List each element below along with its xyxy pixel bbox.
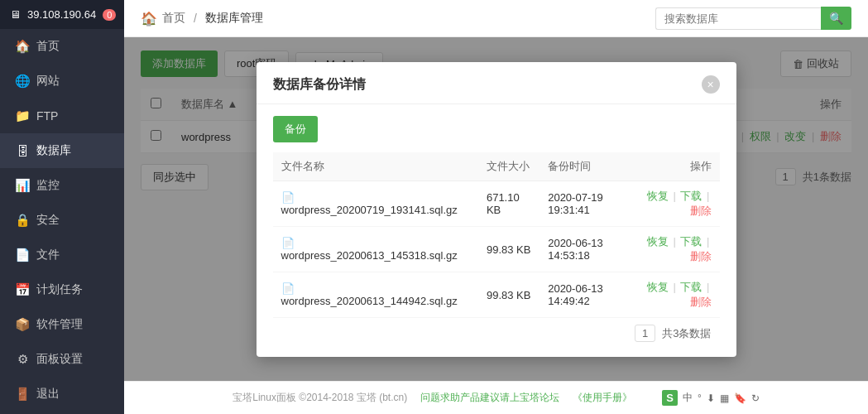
col-op: 操作: [638, 152, 719, 181]
modal-total: 共3条数据: [662, 326, 711, 341]
copyright-text: 宝塔Linux面板 ©2014-2018 宝塔 (bt.cn): [233, 391, 407, 405]
content-area: 添加数据库 root密码 phpMyAdmin 🗑 回收站 数据库名 ▲ 用户名…: [124, 37, 868, 381]
backup-button[interactable]: 备份: [273, 116, 318, 142]
tasks-icon: 📅: [15, 282, 30, 297]
sidebar-item-database[interactable]: 🗄 数据库: [0, 133, 124, 168]
modal-close-button[interactable]: ×: [702, 75, 720, 94]
modal-actions-cell: 恢复 | 下载 | 删除: [638, 272, 719, 318]
home-breadcrumb-icon: 🏠: [141, 11, 157, 26]
sidebar-item-files[interactable]: 📄 文件: [0, 238, 124, 272]
footer-icon-2: °: [698, 392, 702, 404]
security-icon: 🔒: [15, 213, 30, 228]
modal-table-row: 📄wordpress_20200613_144942.sql.gz 99.83 …: [273, 272, 720, 318]
search-input[interactable]: [655, 7, 821, 30]
search-button[interactable]: 🔍: [821, 7, 851, 30]
topbar: 🏠 首页 / 数据库管理 🔍: [124, 0, 868, 37]
website-icon: 🌐: [15, 74, 30, 89]
modal-size-cell: 99.83 KB: [478, 272, 540, 318]
sidebar-item-panel[interactable]: ⚙ 面板设置: [0, 342, 124, 377]
sep: |: [673, 235, 675, 248]
sep: |: [673, 190, 675, 202]
sidebar-item-security[interactable]: 🔒 安全: [0, 203, 124, 238]
sidebar-item-home[interactable]: 🏠 首页: [0, 29, 124, 64]
backup-detail-modal: 数据库备份详情 × 备份 文件名称 文件大小 备份时间 操作: [257, 62, 736, 357]
sep: |: [673, 281, 675, 293]
help-link[interactable]: 问题求助产品建议请上宝塔论坛: [420, 391, 559, 405]
modal-filename-cell: 📄wordpress_20200719_193141.sql.gz: [273, 181, 478, 227]
modal-title: 数据库备份详情: [273, 76, 366, 94]
file-icon: 📄: [281, 191, 295, 204]
delete-link[interactable]: 删除: [690, 205, 712, 217]
modal-time-cell: 2020-06-13 14:53:18: [540, 227, 638, 272]
sep: |: [707, 281, 709, 293]
sidebar-item-label: 首页: [36, 39, 60, 54]
bt-logo: S: [662, 390, 678, 406]
files-icon: 📄: [15, 248, 30, 262]
database-icon: 🗄: [15, 144, 30, 158]
footer-icon-1: 中: [683, 391, 693, 405]
col-filename: 文件名称: [273, 152, 478, 181]
sidebar-item-software[interactable]: 📦 软件管理: [0, 307, 124, 342]
modal-action-bar: 备份: [273, 116, 720, 142]
modal-actions-cell: 恢复 | 下载 | 删除: [638, 181, 719, 227]
monitor-icon: 🖥: [10, 8, 21, 21]
restore-link[interactable]: 恢复: [647, 281, 669, 293]
modal-page: 1: [635, 325, 655, 342]
sidebar-item-label: 软件管理: [36, 317, 83, 332]
sidebar: 🖥 39.108.190.64 0 🏠 首页 🌐 网站 📁 FTP 🗄 数据库 …: [0, 0, 124, 414]
modal-header: 数据库备份详情 ×: [257, 62, 736, 104]
modal-size-cell: 99.83 KB: [478, 227, 540, 272]
sidebar-item-website[interactable]: 🌐 网站: [0, 64, 124, 99]
monitor-nav-icon: 📊: [15, 178, 30, 193]
backup-table: 文件名称 文件大小 备份时间 操作 📄wordpress_20200719_19…: [273, 152, 720, 318]
sidebar-item-ftp[interactable]: 📁 FTP: [0, 99, 124, 133]
sidebar-item-logout[interactable]: 🚪 退出: [0, 377, 124, 412]
sidebar-item-label: 退出: [36, 387, 60, 402]
download-link[interactable]: 下载: [680, 190, 702, 202]
sidebar-item-label: 网站: [36, 74, 60, 89]
delete-link[interactable]: 删除: [690, 250, 712, 262]
page-footer: 宝塔Linux面板 ©2014-2018 宝塔 (bt.cn) 问题求助产品建议…: [124, 381, 868, 414]
footer-icon-bookmark[interactable]: 🔖: [734, 392, 746, 404]
notification-badge: 0: [103, 9, 116, 21]
home-icon: 🏠: [15, 39, 30, 54]
modal-filename-cell: 📄wordpress_20200613_145318.sql.gz: [273, 227, 478, 272]
panel-icon: ⚙: [15, 352, 30, 367]
manual-link[interactable]: 《使用手册》: [573, 391, 632, 405]
download-link[interactable]: 下载: [680, 235, 702, 248]
sidebar-item-tasks[interactable]: 📅 计划任务: [0, 272, 124, 307]
software-icon: 📦: [15, 317, 30, 332]
file-icon: 📄: [281, 237, 295, 249]
sidebar-item-label: 监控: [36, 178, 60, 193]
col-time: 备份时间: [540, 152, 638, 181]
footer-icon-download[interactable]: ⬇: [707, 392, 715, 404]
breadcrumb-home[interactable]: 首页: [162, 11, 185, 26]
footer-icons: S 中 ° ⬇ ▦ 🔖 ↻: [662, 390, 759, 406]
modal-time-cell: 2020-07-19 19:31:41: [540, 181, 638, 227]
modal-table-row: 📄wordpress_20200719_193141.sql.gz 671.10…: [273, 181, 720, 227]
main-area: 🏠 首页 / 数据库管理 🔍 添加数据库 root密码 phpMyAdmin 🗑…: [124, 0, 868, 414]
col-size: 文件大小: [478, 152, 540, 181]
footer-icon-refresh[interactable]: ↻: [751, 392, 760, 404]
delete-link[interactable]: 删除: [690, 296, 712, 308]
file-icon: 📄: [281, 282, 295, 295]
restore-link[interactable]: 恢复: [647, 190, 669, 202]
modal-table-row: 📄wordpress_20200613_145318.sql.gz 99.83 …: [273, 227, 720, 272]
restore-link[interactable]: 恢复: [647, 235, 669, 248]
download-link[interactable]: 下载: [680, 281, 702, 293]
modal-filename-cell: 📄wordpress_20200613_144942.sql.gz: [273, 272, 478, 318]
sidebar-header: 🖥 39.108.190.64 0: [0, 0, 124, 29]
sep: |: [707, 190, 709, 202]
footer-icon-grid[interactable]: ▦: [720, 392, 729, 404]
search-container: 🔍: [655, 7, 851, 30]
logout-icon: 🚪: [15, 387, 30, 402]
modal-body: 备份 文件名称 文件大小 备份时间 操作 📄wordpress_2: [257, 104, 736, 357]
sidebar-item-label: 文件: [36, 248, 60, 262]
server-ip: 39.108.190.64: [27, 8, 96, 21]
sidebar-item-label: 计划任务: [36, 282, 83, 297]
modal-footer: 1 共3条数据: [273, 318, 720, 345]
sep: |: [707, 235, 709, 248]
sidebar-item-label: FTP: [36, 109, 58, 123]
breadcrumb-separator: /: [194, 12, 197, 25]
sidebar-item-monitor[interactable]: 📊 监控: [0, 168, 124, 203]
